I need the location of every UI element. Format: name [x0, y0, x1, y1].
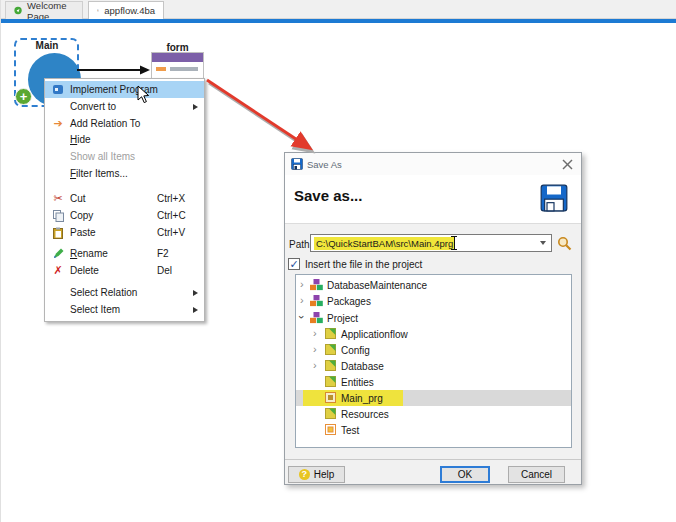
relation-arrow-icon: ➔: [50, 115, 66, 132]
module-icon: [325, 408, 336, 421]
scissors-icon: ✂: [50, 190, 66, 207]
menu-item-hide[interactable]: Hide: [45, 131, 204, 148]
form-node[interactable]: [151, 52, 204, 79]
menu-item-show-all-items: Show all Items: [45, 148, 204, 165]
delete-x-icon: ✗: [50, 262, 66, 279]
chevron-collapsed-icon[interactable]: ›: [313, 343, 317, 355]
program-icon: [50, 81, 66, 98]
dialog-titlebar[interactable]: Save As: [285, 153, 581, 175]
submenu-arrow-icon: [193, 307, 198, 313]
insert-file-checkbox[interactable]: ✓: [288, 258, 300, 270]
tree-item-database[interactable]: › Database: [296, 358, 571, 374]
ok-button[interactable]: OK: [440, 466, 490, 483]
menu-item-implement-program[interactable]: Implement Program: [45, 81, 204, 98]
path-value-highlighted[interactable]: C:\QuickStartBAM\src\Main.4prg: [314, 237, 455, 250]
tree-item-project[interactable]: › Project: [296, 310, 571, 326]
chevron-collapsed-icon[interactable]: ›: [313, 359, 317, 371]
menu-item-cut[interactable]: ✂ Cut Ctrl+X: [45, 190, 204, 207]
copy-icon: [50, 207, 66, 224]
chevron-collapsed-icon[interactable]: ›: [300, 294, 304, 306]
appflow-diagram-icon: [97, 5, 99, 16]
ok-button-label: OK: [458, 469, 472, 480]
cancel-button[interactable]: Cancel: [508, 466, 565, 483]
tree-item-databasemaintenance[interactable]: › DatabaseMaintenance: [296, 277, 571, 293]
chevron-expanded-icon[interactable]: ›: [296, 315, 308, 319]
menu-item-filter-items[interactable]: Filter Items...: [45, 165, 204, 182]
package-cluster-icon: [310, 312, 323, 326]
context-menu: Implement Program Convert to ➔ Add Relat…: [44, 78, 205, 322]
menu-item-paste[interactable]: Paste Ctrl+V: [45, 224, 204, 241]
menu-item-add-relation-to[interactable]: ➔ Add Relation To: [45, 115, 204, 132]
form-node-titlebar: [152, 53, 203, 62]
cancel-button-label: Cancel: [521, 469, 552, 480]
menu-item-select-item[interactable]: Select Item: [45, 301, 204, 318]
form-node-field-orange: [156, 67, 166, 71]
chevron-collapsed-icon[interactable]: ›: [313, 327, 317, 339]
welcome-globe-icon: [14, 5, 22, 16]
tree-item-main-prg[interactable]: Main_prg: [296, 390, 571, 406]
insert-file-checkbox-label[interactable]: Insert the file in the project: [305, 259, 422, 270]
browse-button[interactable]: [556, 235, 572, 251]
submenu-arrow-icon: [193, 104, 198, 110]
relation-arrow: [71, 62, 153, 78]
tab-appflow[interactable]: appflow.4ba: [88, 1, 164, 19]
menu-item-select-relation[interactable]: Select Relation: [45, 284, 204, 301]
help-button-label: Help: [314, 469, 335, 480]
tab-appflow-label: appflow.4ba: [104, 5, 155, 16]
tree-item-entities[interactable]: Entities: [296, 374, 571, 390]
tree-item-test[interactable]: Test: [296, 422, 571, 438]
module-icon: [325, 344, 336, 357]
chevron-collapsed-icon[interactable]: ›: [300, 278, 304, 290]
menu-item-copy[interactable]: Copy Ctrl+C: [45, 207, 204, 224]
dialog-header: Save as...: [285, 175, 581, 224]
dialog-title-text: Save As: [307, 159, 342, 170]
module-icon: [325, 376, 336, 389]
tabbar-accent-line: [1, 19, 676, 23]
menu-item-convert-to[interactable]: Convert to: [45, 98, 204, 115]
mouse-cursor: [137, 85, 151, 105]
module-icon: [325, 360, 336, 373]
project-tree: › DatabaseMaintenance › Packages ›: [295, 274, 572, 448]
help-question-icon: ?: [299, 469, 310, 480]
program-file-icon: [325, 392, 336, 405]
floppy-large-icon: [540, 184, 568, 212]
add-item-plus-icon[interactable]: +: [15, 88, 32, 105]
tree-item-applicationflow[interactable]: › Applicationflow: [296, 326, 571, 342]
package-cluster-icon: [310, 295, 323, 309]
tree-item-packages[interactable]: › Packages: [296, 293, 571, 309]
floppy-small-icon: [291, 158, 303, 170]
package-cluster-icon: [310, 279, 323, 293]
rename-pencil-icon: [50, 245, 66, 262]
button-row-separator: [285, 459, 581, 460]
paste-icon: [50, 224, 66, 241]
app-window: Welcome Page appflow.4ba Main + form Imp…: [0, 0, 676, 522]
close-icon[interactable]: [562, 159, 573, 170]
test-file-icon: [325, 424, 336, 437]
help-button[interactable]: ? Help: [288, 466, 345, 483]
form-node-field-gray: [170, 67, 198, 71]
main-node-label: Main: [25, 40, 69, 51]
path-combobox[interactable]: C:\QuickStartBAM\src\Main.4prg: [310, 234, 552, 252]
magnifier-icon: [557, 236, 572, 251]
tree-item-resources[interactable]: Resources: [296, 406, 571, 422]
submenu-arrow-icon: [193, 290, 198, 296]
tree-item-config[interactable]: › Config: [296, 342, 571, 358]
annotation-red-arrow: [199, 72, 329, 162]
save-as-dialog: Save As Save as... Path : C:\QuickStartB…: [284, 152, 582, 485]
module-icon: [325, 328, 336, 341]
text-caret: [451, 236, 457, 250]
dialog-heading: Save as...: [294, 187, 362, 204]
combo-dropdown-icon[interactable]: [540, 241, 546, 245]
menu-item-rename[interactable]: Rename F2: [45, 245, 204, 262]
tab-welcome-page[interactable]: Welcome Page: [5, 1, 83, 19]
menu-item-delete[interactable]: ✗ Delete Del: [45, 262, 204, 279]
